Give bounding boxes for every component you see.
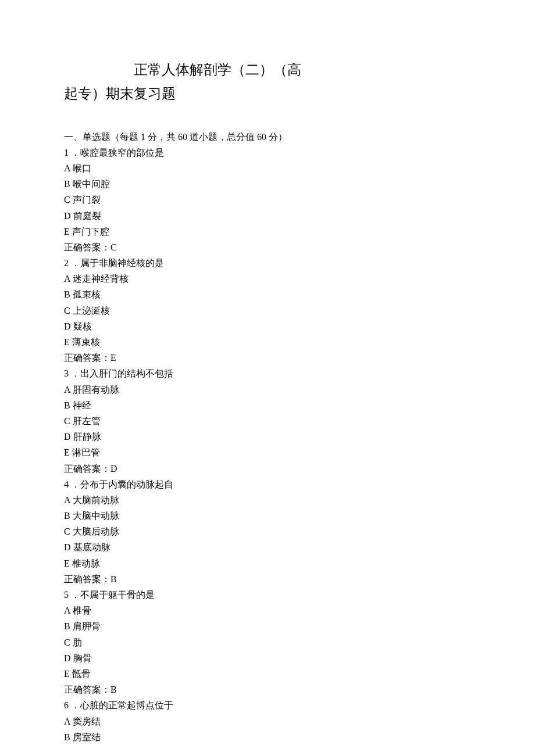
question-option: A 肝固有动脉	[64, 382, 471, 397]
question-option: A 迷走神经背核	[64, 271, 471, 286]
question-option: B 房室结	[64, 729, 471, 745]
question-option: D 基底动脉	[64, 539, 471, 555]
question-block: 3 ．出入肝门的结构不包括A 肝固有动脉B 神经C 肝左管D 肝静脉E 淋巴管正…	[64, 366, 471, 476]
section-heading: 一、单选题（每题 1 分，共 60 道小题，总分值 60 分）	[64, 129, 471, 145]
question-option: B 神经	[64, 397, 471, 413]
question-stem: 5 ．不属于躯干骨的是	[64, 587, 471, 603]
question-block: 2 ．属于非脑神经核的是A 迷走神经背核B 孤束核C 上泌涎核D 疑核E 薄束核…	[64, 255, 471, 366]
question-option: D 胸骨	[64, 650, 471, 666]
question-option: E 薄束核	[64, 334, 471, 350]
question-block: 5 ．不属于躯干骨的是A 椎骨B 肩胛骨C 肋D 胸骨E 骶骨正确答案：B	[64, 587, 471, 697]
question-answer: 正确答案：B	[64, 571, 471, 587]
question-block: 4 ．分布于内囊的动脉起自A 大脑前动脉B 大脑中动脉C 大脑后动脉D 基底动脉…	[64, 476, 471, 587]
question-option: D 肝静脉	[64, 429, 471, 445]
question-option: C 大脑后动脉	[64, 524, 471, 539]
question-option: B 大脑中动脉	[64, 508, 471, 524]
question-answer: 正确答案：B	[64, 682, 471, 697]
question-answer: 正确答案：C	[64, 239, 471, 255]
question-option: D 疑核	[64, 318, 471, 334]
title-line-1: 正常人体解剖学（二）（高	[64, 58, 471, 82]
question-option: B 孤束核	[64, 286, 471, 302]
question-option: A 椎骨	[64, 603, 471, 618]
question-option: A 大脑前动脉	[64, 492, 471, 508]
question-option: A 窦房结	[64, 714, 471, 729]
question-block: 1 ．喉腔最狭窄的部位是A 喉口B 喉中间腔C 声门裂D 前庭裂E 声门下腔正确…	[64, 145, 471, 255]
question-option: B 喉中间腔	[64, 176, 471, 192]
question-stem: 3 ．出入肝门的结构不包括	[64, 366, 471, 381]
question-stem: 2 ．属于非脑神经核的是	[64, 255, 471, 271]
question-answer: 正确答案：E	[64, 350, 471, 366]
question-option: A 喉口	[64, 160, 471, 176]
questions-list: 1 ．喉腔最狭窄的部位是A 喉口B 喉中间腔C 声门裂D 前庭裂E 声门下腔正确…	[64, 145, 471, 745]
question-option: B 肩胛骨	[64, 618, 471, 634]
question-option: E 椎动脉	[64, 556, 471, 571]
question-option: D 前庭裂	[64, 208, 471, 224]
question-stem: 6 ．心脏的正常起博点位于	[64, 697, 471, 713]
question-option: C 肋	[64, 635, 471, 650]
question-stem: 1 ．喉腔最狭窄的部位是	[64, 145, 471, 160]
title-line-2: 起专）期末复习题	[64, 82, 471, 106]
question-option: C 上泌涎核	[64, 303, 471, 318]
document-title: 正常人体解剖学（二）（高 起专）期末复习题	[64, 58, 471, 106]
question-block: 6 ．心脏的正常起博点位于A 窦房结B 房室结	[64, 697, 471, 745]
question-option: C 声门裂	[64, 192, 471, 207]
question-answer: 正确答案：D	[64, 461, 471, 476]
question-option: E 淋巴管	[64, 445, 471, 460]
question-option: E 声门下腔	[64, 224, 471, 239]
question-option: C 肝左管	[64, 413, 471, 429]
question-option: E 骶骨	[64, 666, 471, 682]
question-stem: 4 ．分布于内囊的动脉起自	[64, 476, 471, 492]
